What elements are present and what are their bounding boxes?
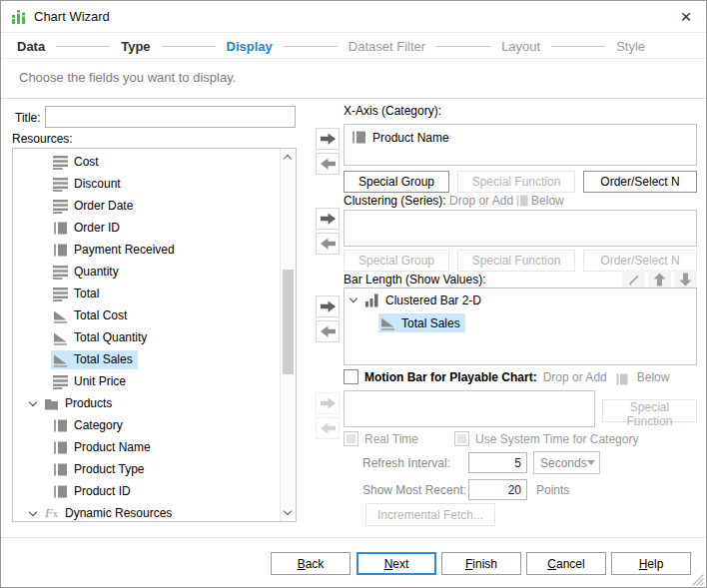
- step-connector: [436, 46, 490, 47]
- clustering-label: Clustering (Series): Drop or AddBelow: [344, 194, 564, 208]
- tree-item-cost[interactable]: Cost: [13, 151, 280, 173]
- step-connector: [56, 46, 110, 47]
- finish-button[interactable]: Finish: [441, 552, 521, 575]
- tree-item-total-quantity[interactable]: Total Quantity: [13, 326, 280, 348]
- motion-bar-label: Motion Bar for Playable Chart:: [364, 370, 537, 384]
- chevron-down-icon[interactable]: [29, 397, 37, 405]
- real-time-checkbox: [344, 431, 358, 446]
- tree-item-product-type[interactable]: Product Type: [13, 458, 280, 480]
- agg-field-icon: [53, 308, 68, 323]
- scrollbar-thumb[interactable]: [283, 270, 294, 374]
- refresh-interval-label: Refresh Interval:: [362, 456, 450, 470]
- tree-item-label: Total Sales: [74, 352, 133, 366]
- step-connector: [551, 46, 605, 47]
- tree-item-label: Cost: [74, 155, 99, 169]
- chevron-down-icon[interactable]: [350, 294, 357, 302]
- tree-item-unit-price[interactable]: Unit Price: [13, 370, 280, 392]
- agg-field-icon: [380, 315, 395, 330]
- special-group-button: Special Group: [344, 250, 449, 272]
- move-left-barlength-button[interactable]: [316, 320, 340, 342]
- chart-bars-icon: [364, 293, 379, 307]
- tree-item-dynamic-resources[interactable]: FxDynamic Resources: [13, 502, 280, 522]
- tree-item-quantity[interactable]: Quantity: [13, 261, 280, 283]
- chevron-down-icon[interactable]: [29, 507, 37, 515]
- page-subtitle: Choose the fields you want to display.: [19, 70, 236, 85]
- move-right-barlength-button[interactable]: [316, 295, 340, 317]
- bar-length-dropzone[interactable]: Clustered Bar 2-DTotal Sales: [344, 288, 697, 365]
- tree-item-product-id[interactable]: Product ID: [13, 480, 280, 502]
- tree-item-total-sales[interactable]: Total Sales: [13, 348, 280, 370]
- scrollbar[interactable]: [280, 149, 296, 521]
- wizard-step-display[interactable]: Display: [227, 39, 273, 54]
- motion-special-function-button: Special Function: [602, 399, 697, 422]
- tree-item-label: Discount: [74, 177, 121, 191]
- special-function-button: Special Function: [457, 171, 575, 193]
- clustering-dropzone[interactable]: [344, 210, 697, 247]
- refresh-interval-input[interactable]: [468, 452, 527, 473]
- fx-icon: Fx: [44, 506, 59, 521]
- points-unit-label: Points: [536, 483, 569, 497]
- order-select-n-button[interactable]: Order/Select N: [583, 171, 697, 193]
- move-left-xaxis-button[interactable]: [316, 153, 340, 175]
- tree-item-order-date[interactable]: Order Date: [13, 195, 280, 217]
- wizard-step-layout[interactable]: Layout: [501, 39, 540, 54]
- wizard-step-type[interactable]: Type: [121, 39, 150, 54]
- use-system-time-label: Use System Time for Category: [475, 432, 638, 446]
- str-field-icon: [53, 440, 68, 455]
- chart-title-input[interactable]: [45, 106, 296, 128]
- wizard-step-data[interactable]: Data: [17, 39, 45, 54]
- tree-item-products[interactable]: Products: [13, 392, 280, 414]
- agg-field-icon: [53, 330, 68, 345]
- scroll-down-icon[interactable]: [284, 507, 292, 515]
- resize-grip[interactable]: [691, 572, 704, 585]
- move-up-icon[interactable]: [648, 270, 671, 289]
- str-field-icon: [53, 484, 68, 499]
- window-title: Chart Wizard: [34, 1, 110, 33]
- next-button[interactable]: Next: [356, 552, 436, 575]
- tree-item-category[interactable]: Category: [13, 414, 280, 436]
- tree-item-total[interactable]: Total: [13, 283, 280, 304]
- back-button[interactable]: Back: [271, 552, 351, 575]
- barlength-item-label: Total Sales: [401, 316, 460, 330]
- tree-item-label: Total: [74, 287, 99, 300]
- move-left-clustering-button[interactable]: [316, 233, 340, 255]
- chart-wizard-dialog: Chart Wizard × DataTypeDisplayDataset Fi…: [0, 0, 707, 588]
- folder-icon: [44, 396, 59, 411]
- move-right-xaxis-button[interactable]: [316, 128, 340, 150]
- tree-item-total-cost[interactable]: Total Cost: [13, 304, 280, 326]
- chart-title-label: Title:: [15, 111, 41, 125]
- tree-item-label: Products: [65, 396, 112, 410]
- str-field-icon: [53, 418, 68, 433]
- tree-item-label: Product Name: [74, 440, 151, 454]
- xaxis-item-label: Product Name: [372, 131, 449, 145]
- show-most-recent-input[interactable]: [468, 479, 527, 500]
- barlength-item-clustered-bar-2-d[interactable]: Clustered Bar 2-D: [345, 289, 696, 311]
- tree-item-label: Order ID: [74, 221, 120, 235]
- motion-bar-checkbox[interactable]: [344, 369, 358, 384]
- cancel-button[interactable]: Cancel: [526, 552, 606, 575]
- motion-dropzone: [344, 390, 595, 427]
- xaxis-item-product-name[interactable]: Product Name: [345, 125, 696, 145]
- chevron-down-icon: [587, 460, 595, 465]
- help-button[interactable]: Help: [611, 552, 691, 575]
- tree-item-order-id[interactable]: Order ID: [13, 217, 280, 239]
- move-right-clustering-button[interactable]: [316, 208, 340, 230]
- xaxis-dropzone[interactable]: Product Name: [344, 124, 697, 166]
- edit-pencil-icon[interactable]: [622, 270, 645, 289]
- tree-item-discount[interactable]: Discount: [13, 173, 280, 195]
- num-field-icon: [53, 265, 68, 280]
- move-down-icon[interactable]: [674, 270, 697, 289]
- tree-item-label: Payment Received: [74, 243, 175, 257]
- tree-item-product-name[interactable]: Product Name: [13, 436, 280, 458]
- use-system-time-checkbox: [454, 431, 469, 446]
- move-left-motion-button: [316, 417, 340, 439]
- wizard-step-style[interactable]: Style: [616, 39, 645, 54]
- close-icon[interactable]: ×: [674, 5, 698, 29]
- wizard-step-dataset-filter[interactable]: Dataset Filter: [349, 39, 425, 54]
- special-group-button[interactable]: Special Group: [344, 171, 449, 193]
- barlength-item-total-sales[interactable]: Total Sales: [345, 311, 696, 334]
- incremental-fetch-button: Incremental Fetch...: [365, 503, 495, 526]
- scroll-up-icon[interactable]: [284, 155, 292, 163]
- real-time-label: Real Time: [364, 432, 418, 446]
- tree-item-payment-received[interactable]: Payment Received: [13, 239, 280, 261]
